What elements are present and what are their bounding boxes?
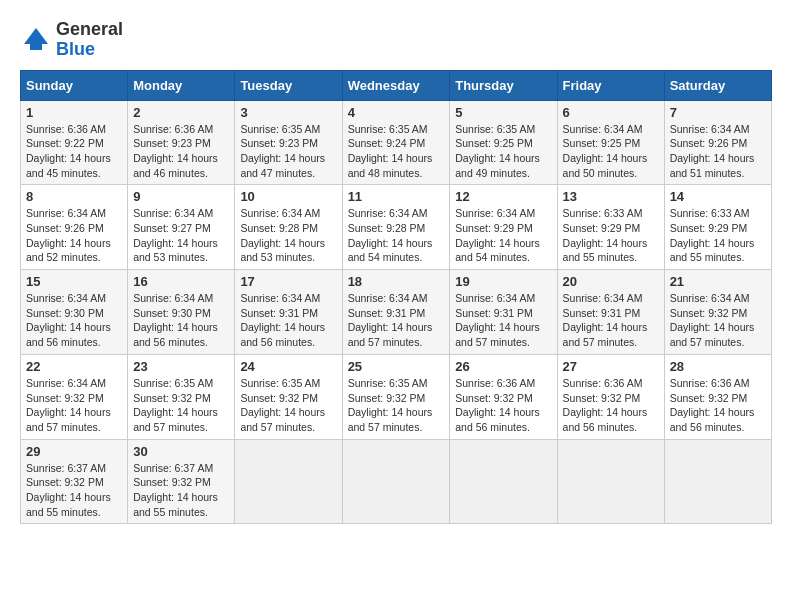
day-number: 30: [133, 444, 229, 459]
day-info: Sunrise: 6:35 AMSunset: 9:23 PMDaylight:…: [240, 122, 336, 181]
day-number: 2: [133, 105, 229, 120]
calendar-cell: 8Sunrise: 6:34 AMSunset: 9:26 PMDaylight…: [21, 185, 128, 270]
day-info: Sunrise: 6:35 AMSunset: 9:32 PMDaylight:…: [240, 376, 336, 435]
day-number: 4: [348, 105, 445, 120]
day-number: 14: [670, 189, 766, 204]
calendar-cell: 19Sunrise: 6:34 AMSunset: 9:31 PMDayligh…: [450, 270, 557, 355]
calendar-cell: 23Sunrise: 6:35 AMSunset: 9:32 PMDayligh…: [128, 354, 235, 439]
day-info: Sunrise: 6:34 AMSunset: 9:28 PMDaylight:…: [240, 206, 336, 265]
day-number: 13: [563, 189, 659, 204]
day-number: 22: [26, 359, 122, 374]
day-number: 21: [670, 274, 766, 289]
day-info: Sunrise: 6:34 AMSunset: 9:31 PMDaylight:…: [563, 291, 659, 350]
header-tuesday: Tuesday: [235, 70, 342, 100]
day-info: Sunrise: 6:37 AMSunset: 9:32 PMDaylight:…: [133, 461, 229, 520]
calendar-cell: 28Sunrise: 6:36 AMSunset: 9:32 PMDayligh…: [664, 354, 771, 439]
calendar-cell: 26Sunrise: 6:36 AMSunset: 9:32 PMDayligh…: [450, 354, 557, 439]
day-number: 19: [455, 274, 551, 289]
calendar-week-3: 15Sunrise: 6:34 AMSunset: 9:30 PMDayligh…: [21, 270, 772, 355]
calendar-cell: 6Sunrise: 6:34 AMSunset: 9:25 PMDaylight…: [557, 100, 664, 185]
day-info: Sunrise: 6:37 AMSunset: 9:32 PMDaylight:…: [26, 461, 122, 520]
calendar-cell: 1Sunrise: 6:36 AMSunset: 9:22 PMDaylight…: [21, 100, 128, 185]
calendar-cell: 10Sunrise: 6:34 AMSunset: 9:28 PMDayligh…: [235, 185, 342, 270]
header-thursday: Thursday: [450, 70, 557, 100]
svg-rect-1: [30, 44, 42, 50]
calendar-week-5: 29Sunrise: 6:37 AMSunset: 9:32 PMDayligh…: [21, 439, 772, 524]
calendar-cell: 15Sunrise: 6:34 AMSunset: 9:30 PMDayligh…: [21, 270, 128, 355]
day-number: 15: [26, 274, 122, 289]
day-info: Sunrise: 6:34 AMSunset: 9:26 PMDaylight:…: [26, 206, 122, 265]
calendar-cell: 17Sunrise: 6:34 AMSunset: 9:31 PMDayligh…: [235, 270, 342, 355]
header-saturday: Saturday: [664, 70, 771, 100]
calendar-cell: [450, 439, 557, 524]
day-number: 5: [455, 105, 551, 120]
day-info: Sunrise: 6:34 AMSunset: 9:32 PMDaylight:…: [670, 291, 766, 350]
calendar-cell: 7Sunrise: 6:34 AMSunset: 9:26 PMDaylight…: [664, 100, 771, 185]
day-info: Sunrise: 6:35 AMSunset: 9:25 PMDaylight:…: [455, 122, 551, 181]
calendar-cell: 5Sunrise: 6:35 AMSunset: 9:25 PMDaylight…: [450, 100, 557, 185]
day-number: 8: [26, 189, 122, 204]
day-number: 16: [133, 274, 229, 289]
day-number: 17: [240, 274, 336, 289]
calendar-cell: 13Sunrise: 6:33 AMSunset: 9:29 PMDayligh…: [557, 185, 664, 270]
calendar-cell: 2Sunrise: 6:36 AMSunset: 9:23 PMDaylight…: [128, 100, 235, 185]
svg-marker-0: [24, 28, 48, 44]
calendar-cell: 12Sunrise: 6:34 AMSunset: 9:29 PMDayligh…: [450, 185, 557, 270]
day-number: 3: [240, 105, 336, 120]
calendar-cell: 11Sunrise: 6:34 AMSunset: 9:28 PMDayligh…: [342, 185, 450, 270]
header-monday: Monday: [128, 70, 235, 100]
day-number: 10: [240, 189, 336, 204]
day-number: 18: [348, 274, 445, 289]
calendar-cell: 18Sunrise: 6:34 AMSunset: 9:31 PMDayligh…: [342, 270, 450, 355]
calendar-cell: 30Sunrise: 6:37 AMSunset: 9:32 PMDayligh…: [128, 439, 235, 524]
calendar-cell: [557, 439, 664, 524]
calendar-cell: 4Sunrise: 6:35 AMSunset: 9:24 PMDaylight…: [342, 100, 450, 185]
header-friday: Friday: [557, 70, 664, 100]
day-number: 6: [563, 105, 659, 120]
calendar-week-1: 1Sunrise: 6:36 AMSunset: 9:22 PMDaylight…: [21, 100, 772, 185]
calendar-week-4: 22Sunrise: 6:34 AMSunset: 9:32 PMDayligh…: [21, 354, 772, 439]
day-info: Sunrise: 6:36 AMSunset: 9:32 PMDaylight:…: [670, 376, 766, 435]
logo: General Blue: [20, 20, 123, 60]
calendar-cell: 9Sunrise: 6:34 AMSunset: 9:27 PMDaylight…: [128, 185, 235, 270]
calendar-table: SundayMondayTuesdayWednesdayThursdayFrid…: [20, 70, 772, 525]
day-info: Sunrise: 6:34 AMSunset: 9:31 PMDaylight:…: [240, 291, 336, 350]
day-info: Sunrise: 6:34 AMSunset: 9:28 PMDaylight:…: [348, 206, 445, 265]
page-header: General Blue: [20, 20, 772, 60]
day-number: 11: [348, 189, 445, 204]
day-number: 12: [455, 189, 551, 204]
day-number: 25: [348, 359, 445, 374]
day-info: Sunrise: 6:34 AMSunset: 9:25 PMDaylight:…: [563, 122, 659, 181]
day-number: 9: [133, 189, 229, 204]
calendar-cell: 24Sunrise: 6:35 AMSunset: 9:32 PMDayligh…: [235, 354, 342, 439]
header-wednesday: Wednesday: [342, 70, 450, 100]
day-number: 1: [26, 105, 122, 120]
day-info: Sunrise: 6:34 AMSunset: 9:31 PMDaylight:…: [455, 291, 551, 350]
calendar-cell: 21Sunrise: 6:34 AMSunset: 9:32 PMDayligh…: [664, 270, 771, 355]
calendar-cell: [342, 439, 450, 524]
day-info: Sunrise: 6:34 AMSunset: 9:30 PMDaylight:…: [26, 291, 122, 350]
logo-general-text: General: [56, 19, 123, 39]
day-info: Sunrise: 6:35 AMSunset: 9:32 PMDaylight:…: [133, 376, 229, 435]
day-info: Sunrise: 6:36 AMSunset: 9:23 PMDaylight:…: [133, 122, 229, 181]
day-info: Sunrise: 6:34 AMSunset: 9:27 PMDaylight:…: [133, 206, 229, 265]
header-sunday: Sunday: [21, 70, 128, 100]
calendar-cell: 3Sunrise: 6:35 AMSunset: 9:23 PMDaylight…: [235, 100, 342, 185]
day-info: Sunrise: 6:34 AMSunset: 9:32 PMDaylight:…: [26, 376, 122, 435]
calendar-cell: 29Sunrise: 6:37 AMSunset: 9:32 PMDayligh…: [21, 439, 128, 524]
logo-icon: [20, 24, 52, 56]
day-number: 20: [563, 274, 659, 289]
day-number: 23: [133, 359, 229, 374]
day-info: Sunrise: 6:33 AMSunset: 9:29 PMDaylight:…: [670, 206, 766, 265]
day-info: Sunrise: 6:35 AMSunset: 9:32 PMDaylight:…: [348, 376, 445, 435]
day-info: Sunrise: 6:36 AMSunset: 9:32 PMDaylight:…: [563, 376, 659, 435]
day-info: Sunrise: 6:34 AMSunset: 9:31 PMDaylight:…: [348, 291, 445, 350]
calendar-cell: 16Sunrise: 6:34 AMSunset: 9:30 PMDayligh…: [128, 270, 235, 355]
day-number: 27: [563, 359, 659, 374]
calendar-cell: 14Sunrise: 6:33 AMSunset: 9:29 PMDayligh…: [664, 185, 771, 270]
header-row: SundayMondayTuesdayWednesdayThursdayFrid…: [21, 70, 772, 100]
day-info: Sunrise: 6:36 AMSunset: 9:32 PMDaylight:…: [455, 376, 551, 435]
calendar-cell: 27Sunrise: 6:36 AMSunset: 9:32 PMDayligh…: [557, 354, 664, 439]
day-number: 24: [240, 359, 336, 374]
day-number: 28: [670, 359, 766, 374]
